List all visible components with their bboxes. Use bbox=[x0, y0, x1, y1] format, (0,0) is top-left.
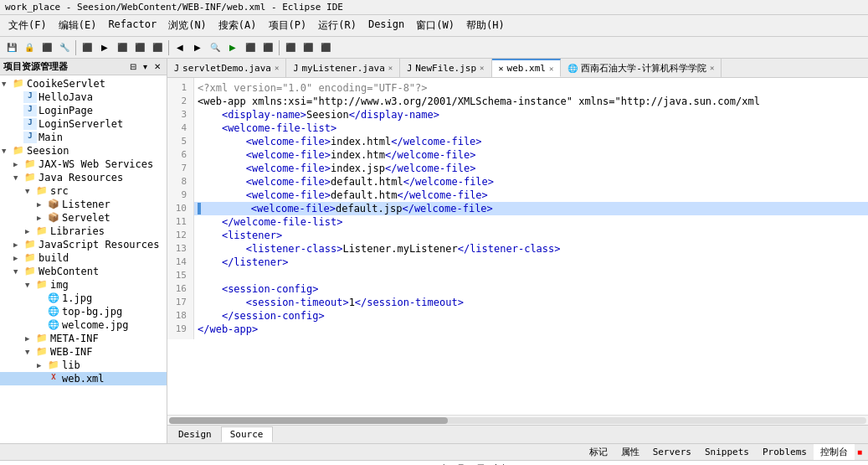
tree-item[interactable]: JLoginServerlet bbox=[0, 117, 167, 131]
editor-tab[interactable]: ✕web.xml✕ bbox=[492, 59, 562, 77]
code-line[interactable]: <listener> bbox=[194, 229, 868, 242]
scroll-track[interactable] bbox=[169, 417, 866, 424]
tree-item[interactable]: ▼📁WEB-INF bbox=[0, 345, 167, 359]
menu-item[interactable]: 项目(P) bbox=[264, 17, 312, 34]
code-line[interactable]: <listener-class>Listener.myListener</lis… bbox=[194, 242, 868, 256]
panel-close-btn[interactable]: ✕ bbox=[152, 61, 163, 72]
toolbar-btn-2[interactable]: 🔒 bbox=[21, 39, 38, 56]
tree-item[interactable]: ▶📁JAX-WS Web Services bbox=[0, 158, 167, 171]
menu-item[interactable]: Refactor bbox=[103, 17, 162, 34]
scroll-thumb[interactable] bbox=[169, 417, 448, 424]
tree-item[interactable]: ▼📁src bbox=[0, 184, 167, 198]
code-line[interactable]: <welcome-file>default.htm</welcome-file> bbox=[194, 189, 868, 202]
code-line[interactable]: <display-name>Seesion</display-name> bbox=[194, 108, 868, 121]
tree-item[interactable]: JMain bbox=[0, 131, 167, 144]
editor-tab[interactable]: 🌐西南石油大学-计算机科学学院✕ bbox=[561, 59, 722, 77]
toolbar-btn-4[interactable]: 🔧 bbox=[56, 39, 73, 56]
tree-item[interactable]: ▼📁Java Resources bbox=[0, 171, 167, 184]
editor-tab[interactable]: JmyListener.java✕ bbox=[286, 59, 400, 77]
panel-menu-btn[interactable]: ▾ bbox=[141, 61, 150, 72]
tree-item[interactable]: 🌐top-bg.jpg bbox=[0, 305, 167, 318]
code-line[interactable]: </listener> bbox=[194, 256, 868, 269]
editor-tab[interactable]: JNewFile.jsp✕ bbox=[400, 59, 491, 77]
tree-item[interactable]: ▶📦Listener bbox=[0, 198, 167, 211]
tab-close-btn[interactable]: ✕ bbox=[480, 64, 484, 72]
code-line[interactable]: </web-app> bbox=[194, 323, 868, 336]
tree-item[interactable]: ▶📁META-INF bbox=[0, 332, 167, 345]
tree-item[interactable]: ▼📁Seesion bbox=[0, 144, 167, 158]
code-line[interactable]: <web-app xmlns:xsi="http://www.w3.org/20… bbox=[194, 95, 868, 108]
editor-content[interactable]: 12345678910111213141516171819 <?xml vers… bbox=[167, 78, 868, 415]
tree-item[interactable]: 🌐welcome.jpg bbox=[0, 318, 167, 332]
code-line[interactable]: <?xml version="1.0" encoding="UTF-8"?> bbox=[194, 81, 868, 95]
toolbar-btn-6[interactable]: ▶ bbox=[96, 39, 113, 56]
design-source-tab[interactable]: Design bbox=[169, 426, 221, 442]
tree-item[interactable]: 🌐1.jpg bbox=[0, 292, 167, 305]
code-line[interactable]: <session-config> bbox=[194, 282, 868, 296]
toolbar-btn-10[interactable]: ◀ bbox=[172, 39, 188, 56]
console-tab[interactable]: Problems bbox=[756, 445, 814, 459]
toolbar-btn-11[interactable]: ▶ bbox=[189, 39, 206, 56]
toolbar-btn-7[interactable]: ⬛ bbox=[114, 39, 131, 56]
tree-item[interactable]: ▼📁WebContent bbox=[0, 265, 167, 278]
toolbar-btn-17[interactable]: ⬛ bbox=[317, 39, 334, 56]
panel-collapse-btn[interactable]: ⊟ bbox=[127, 61, 139, 72]
tree-item[interactable]: ▶📁lib bbox=[0, 359, 167, 372]
code-line[interactable]: </welcome-file-list> bbox=[194, 215, 868, 229]
toolbar-btn-15[interactable]: ⬛ bbox=[282, 39, 299, 56]
tab-close-btn[interactable]: ✕ bbox=[275, 64, 279, 72]
line-number: 9 bbox=[171, 189, 190, 202]
horizontal-scrollbar[interactable] bbox=[167, 415, 868, 425]
tree-label: top-bg.jpg bbox=[62, 306, 122, 318]
design-source-tab[interactable]: Source bbox=[221, 426, 273, 442]
editor-tab[interactable]: JservletDemo.java✕ bbox=[167, 59, 286, 77]
menu-item[interactable]: 搜索(A) bbox=[213, 17, 262, 34]
console-tab[interactable]: Servers bbox=[646, 445, 698, 459]
tab-close-btn[interactable]: ✕ bbox=[710, 64, 714, 72]
toolbar-btn-8[interactable]: ⬛ bbox=[131, 39, 148, 56]
menu-item[interactable]: 帮助(H) bbox=[461, 17, 510, 34]
menu-item[interactable]: 运行(R) bbox=[313, 17, 362, 34]
tree-icon: 🌐 bbox=[47, 306, 60, 318]
tab-close-btn[interactable]: ✕ bbox=[388, 64, 393, 72]
menu-item[interactable]: Design bbox=[363, 17, 409, 34]
code-line[interactable]: </session-config> bbox=[194, 309, 868, 323]
tree-item[interactable]: ▼📁CooikeServlet bbox=[0, 77, 167, 90]
tree-item[interactable]: ▼📁img bbox=[0, 278, 167, 292]
tree-item[interactable]: JHelloJava bbox=[0, 90, 167, 104]
tree-item[interactable]: JLoginPage bbox=[0, 104, 167, 117]
console-tab[interactable]: 属性 bbox=[614, 444, 646, 460]
menu-item[interactable]: 窗口(W) bbox=[411, 17, 460, 34]
toolbar-btn-3[interactable]: ⬛ bbox=[39, 39, 55, 56]
tree-item[interactable]: ▶📁Libraries bbox=[0, 225, 167, 238]
toolbar-btn-1[interactable]: 💾 bbox=[3, 39, 20, 56]
menu-item[interactable]: 浏览(N) bbox=[163, 17, 212, 34]
toolbar-btn-13[interactable]: ⬛ bbox=[242, 39, 259, 56]
console-tab[interactable]: Snippets bbox=[698, 445, 756, 459]
toolbar-btn-16[interactable]: ⬛ bbox=[300, 39, 316, 56]
menu-item[interactable]: 文件(F) bbox=[3, 17, 52, 34]
tree-item[interactable]: ▶📁build bbox=[0, 251, 167, 265]
code-line[interactable]: <session-timeout>1</session-timeout> bbox=[194, 296, 868, 309]
console-tab[interactable]: 标记 bbox=[583, 444, 614, 460]
tab-label: myListener.java bbox=[301, 63, 384, 74]
console-tab[interactable]: 控制台 bbox=[814, 444, 855, 460]
code-line[interactable] bbox=[194, 269, 868, 282]
console-close-btn[interactable]: ■ bbox=[855, 447, 865, 457]
tree-item[interactable]: ▶📦Servelet bbox=[0, 211, 167, 225]
toolbar-btn-5[interactable]: ⬛ bbox=[79, 39, 95, 56]
toolbar-run[interactable]: ▶ bbox=[224, 39, 241, 56]
tab-close-btn[interactable]: ✕ bbox=[549, 65, 553, 73]
tree-item[interactable]: ▶📁JavaScript Resources bbox=[0, 238, 167, 251]
code-line[interactable]: <welcome-file>default.jsp</welcome-file> bbox=[194, 202, 868, 215]
toolbar-btn-12[interactable]: 🔍 bbox=[207, 39, 223, 56]
code-line[interactable]: <welcome-file-list> bbox=[194, 121, 868, 135]
code-line[interactable]: <welcome-file>index.jsp</welcome-file> bbox=[194, 162, 868, 175]
code-line[interactable]: <welcome-file>default.html</welcome-file… bbox=[194, 175, 868, 189]
code-line[interactable]: <welcome-file>index.html</welcome-file> bbox=[194, 135, 868, 148]
menu-item[interactable]: 编辑(E) bbox=[54, 17, 102, 34]
code-line[interactable]: <welcome-file>index.htm</welcome-file> bbox=[194, 148, 868, 162]
toolbar-btn-9[interactable]: ⬛ bbox=[149, 39, 166, 56]
toolbar-btn-14[interactable]: ⬛ bbox=[259, 39, 276, 56]
tree-item[interactable]: Xweb.xml bbox=[0, 372, 167, 385]
